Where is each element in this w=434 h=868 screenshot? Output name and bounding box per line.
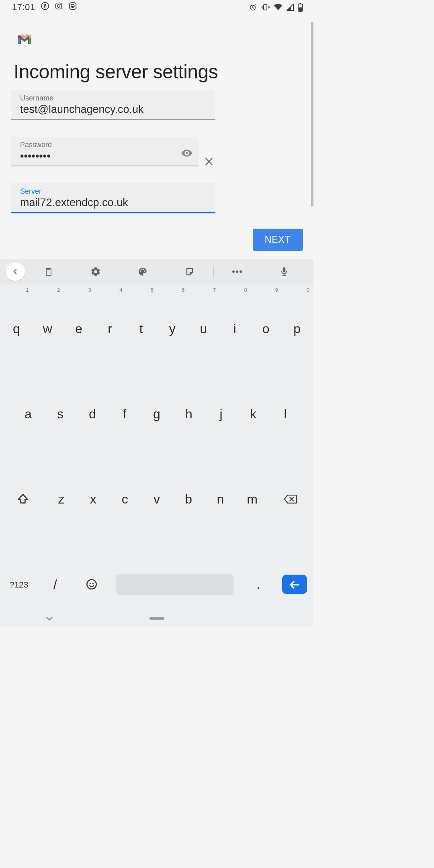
svg-rect-9 <box>261 6 261 8</box>
mic-icon[interactable] <box>261 262 308 281</box>
app-content: Incoming server settings Username test@l… <box>0 14 313 257</box>
backspace-key[interactable] <box>268 457 313 542</box>
gmail-logo-icon <box>17 34 32 47</box>
key-u[interactable]: 7u <box>188 286 219 371</box>
key-q[interactable]: 1q <box>1 286 32 371</box>
key-h[interactable]: h <box>173 371 205 457</box>
svg-rect-4 <box>69 3 76 10</box>
password-value: •••••••• <box>20 150 190 162</box>
keyboard: 1q2w3e4r5t6y7u8i9o0p asdfghjkl zxcvbnm ?… <box>0 259 313 627</box>
scrollbar[interactable] <box>311 22 313 207</box>
svg-point-19 <box>87 579 96 589</box>
key-w[interactable]: 2w <box>32 286 63 371</box>
battery-icon <box>298 3 303 12</box>
next-button[interactable]: NEXT <box>253 229 303 251</box>
svg-point-15 <box>232 270 235 273</box>
svg-point-2 <box>57 5 60 8</box>
sticker-icon[interactable] <box>166 262 213 281</box>
vibrate-icon <box>261 3 270 11</box>
status-clock: 17:01 <box>12 2 35 12</box>
server-field[interactable]: Server mail72.extendcp.co.uk <box>11 183 215 213</box>
svg-rect-12 <box>299 3 301 4</box>
username-label: Username <box>20 94 207 102</box>
svg-point-20 <box>89 583 90 584</box>
svg-point-17 <box>240 270 242 273</box>
keyboard-toolbar <box>0 259 313 285</box>
key-n[interactable]: n <box>205 457 236 542</box>
password-label: Password <box>20 141 190 149</box>
key-d[interactable]: d <box>76 371 108 457</box>
key-r[interactable]: 4r <box>94 286 126 371</box>
username-value: test@launchagency.co.uk <box>20 103 207 116</box>
home-pill[interactable] <box>149 617 164 620</box>
svg-rect-7 <box>262 6 263 9</box>
instagram-icon <box>55 2 63 12</box>
wifi-icon <box>274 4 283 11</box>
key-v[interactable]: v <box>141 457 172 542</box>
svg-rect-6 <box>264 4 267 10</box>
key-f[interactable]: f <box>108 371 141 457</box>
shift-key[interactable] <box>1 457 45 542</box>
svg-rect-10 <box>269 6 270 8</box>
key-e[interactable]: 3e <box>63 286 94 371</box>
svg-rect-18 <box>283 267 286 272</box>
key-z[interactable]: z <box>45 457 77 542</box>
svg-rect-13 <box>299 7 302 10</box>
nav-bar <box>0 610 313 627</box>
status-bar: 17:01 <box>0 0 313 14</box>
more-icon[interactable] <box>214 262 261 281</box>
key-b[interactable]: b <box>173 457 205 542</box>
svg-point-14 <box>186 152 188 154</box>
palette-icon[interactable] <box>119 262 166 281</box>
key-k[interactable]: k <box>237 371 269 457</box>
clear-password-icon[interactable] <box>202 154 216 169</box>
show-password-icon[interactable] <box>180 146 194 160</box>
key-c[interactable]: c <box>109 457 141 542</box>
password-field[interactable]: Password •••••••• <box>11 137 199 166</box>
key-i[interactable]: 8i <box>219 286 250 371</box>
key-t[interactable]: 5t <box>125 286 157 371</box>
keyboard-rows: 1q2w3e4r5t6y7u8i9o0p asdfghjkl zxcvbnm ?… <box>0 285 313 627</box>
key-l[interactable]: l <box>269 371 301 457</box>
server-label: Server <box>20 187 207 196</box>
key-j[interactable]: j <box>205 371 237 457</box>
username-field[interactable]: Username test@launchagency.co.uk <box>11 90 215 120</box>
key-o[interactable]: 9o <box>250 286 282 371</box>
epost-icon <box>68 2 77 13</box>
svg-rect-8 <box>268 6 269 9</box>
key-y[interactable]: 6y <box>157 286 188 371</box>
key-g[interactable]: g <box>141 371 173 457</box>
key-p[interactable]: 0p <box>281 286 313 371</box>
alarm-icon <box>249 3 257 11</box>
clipboard-icon[interactable] <box>25 262 72 281</box>
chevron-left-icon[interactable] <box>6 262 25 281</box>
facebook-icon <box>41 2 49 12</box>
server-value: mail72.extendcp.co.uk <box>20 197 207 209</box>
key-m[interactable]: m <box>236 457 268 542</box>
svg-point-16 <box>236 270 238 273</box>
key-a[interactable]: a <box>12 371 44 457</box>
gear-icon[interactable] <box>72 262 119 281</box>
page-title: Incoming server settings <box>14 61 218 83</box>
key-x[interactable]: x <box>77 457 109 542</box>
keyboard-hide-icon[interactable] <box>45 614 54 624</box>
signal-icon <box>287 4 294 11</box>
svg-point-3 <box>60 4 61 4</box>
key-s[interactable]: s <box>44 371 76 457</box>
svg-point-21 <box>92 583 93 584</box>
